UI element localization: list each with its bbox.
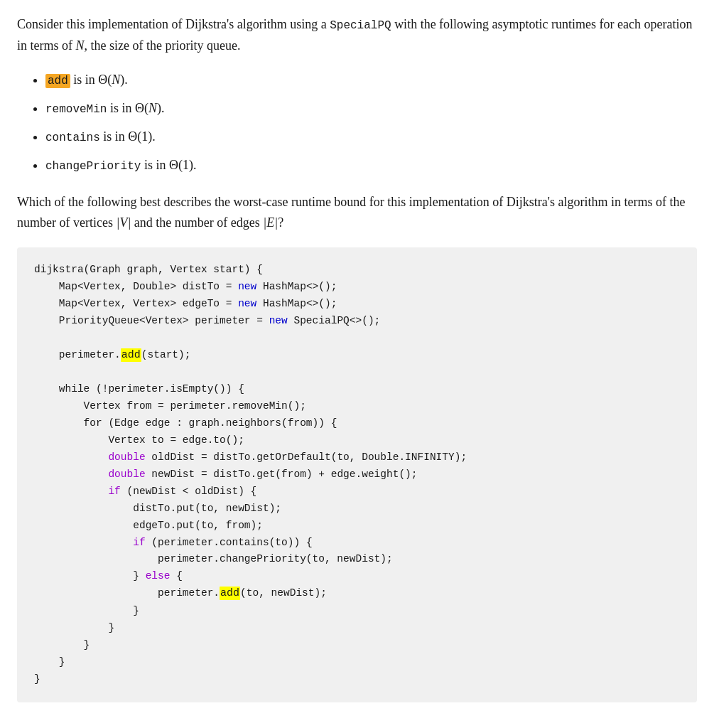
code-line-8: while (!perimeter.isEmpty()) { [34, 381, 680, 398]
bullet-item-changepriority: changePriority is in Θ(1). [45, 152, 697, 178]
contains-code: contains [45, 132, 100, 144]
intro-paragraph: Consider this implementation of Dijkstra… [17, 14, 697, 55]
bullet-list: add is in Θ(N). removeMin is in Θ(N). co… [45, 67, 697, 178]
bullet-changepriority-text: is in [141, 158, 169, 172]
code-line-13: double newDist = distTo.get(from) + edge… [34, 466, 680, 483]
code-line-12: double oldDist = distTo.getOrDefault(to,… [34, 449, 680, 466]
code-line-24: } [34, 654, 680, 671]
intro-text3: , the size of the priority queue. [85, 38, 241, 53]
code-line-14: if (newDist < oldDist) { [34, 483, 680, 500]
bullet-item-removemin: removeMin is in Θ(N). [45, 95, 697, 121]
changepriority-code: changePriority [45, 160, 141, 173]
code-line-21: } [34, 603, 680, 620]
bullet-contains-text: is in [100, 129, 129, 144]
code-line-1: dijkstra(Graph graph, Vertex start) { [34, 262, 680, 279]
bullet-removemin-text: is in [107, 101, 135, 115]
code-line-18: perimeter.changePriority(to, newDist); [34, 551, 680, 568]
code-line-17: if (perimeter.contains(to)) { [34, 535, 680, 552]
bullet-add-text: is in [70, 73, 99, 87]
code-line-4: PriorityQueue<Vertex> perimeter = new Sp… [34, 313, 680, 330]
specialpq-code: SpecialPQ [330, 19, 391, 32]
code-line-7 [34, 364, 680, 381]
code-line-5 [34, 330, 680, 347]
code-line-20: perimeter.add(to, newDist); [34, 585, 680, 603]
code-line-16: edgeTo.put(to, from); [34, 518, 680, 535]
code-line-22: } [34, 620, 680, 637]
code-line-2: Map<Vertex, Double> distTo = new HashMap… [34, 279, 680, 296]
code-line-10: for (Edge edge : graph.neighbors(from)) … [34, 415, 680, 432]
page-content: Consider this implementation of Dijkstra… [17, 14, 697, 702]
question-paragraph: Which of the following best describes th… [17, 192, 697, 233]
bullet-contains-theta: Θ(1). [128, 129, 156, 144]
add-highlighted: add [45, 74, 70, 88]
question-text2: and the number of edges [131, 215, 263, 230]
bullet-changepriority-theta: Θ(1). [169, 158, 197, 172]
code-line-19: } else { [34, 568, 680, 585]
question-text3: ? [278, 215, 283, 230]
bullet-item-contains: contains is in Θ(1). [45, 124, 697, 149]
code-line-25: } [34, 671, 680, 688]
bullet-item-add: add is in Θ(N). [45, 67, 697, 92]
code-block: dijkstra(Graph graph, Vertex start) { Ma… [17, 247, 697, 702]
intro-n-var: N [76, 38, 85, 53]
code-line-23: } [34, 637, 680, 654]
question-v-var: |V| [116, 215, 131, 230]
intro-text1: Consider this implementation of Dijkstra… [17, 17, 330, 31]
code-line-11: Vertex to = edge.to(); [34, 432, 680, 449]
removemin-code: removeMin [45, 103, 107, 116]
code-line-6: perimeter.add(start); [34, 347, 680, 365]
code-line-9: Vertex from = perimeter.removeMin(); [34, 398, 680, 415]
question-e-var: |E| [263, 215, 278, 230]
bullet-removemin-theta: Θ(N). [135, 101, 165, 115]
code-line-3: Map<Vertex, Vertex> edgeTo = new HashMap… [34, 296, 680, 313]
bullet-add-theta: Θ(N). [98, 73, 128, 87]
code-line-15: distTo.put(to, newDist); [34, 500, 680, 518]
